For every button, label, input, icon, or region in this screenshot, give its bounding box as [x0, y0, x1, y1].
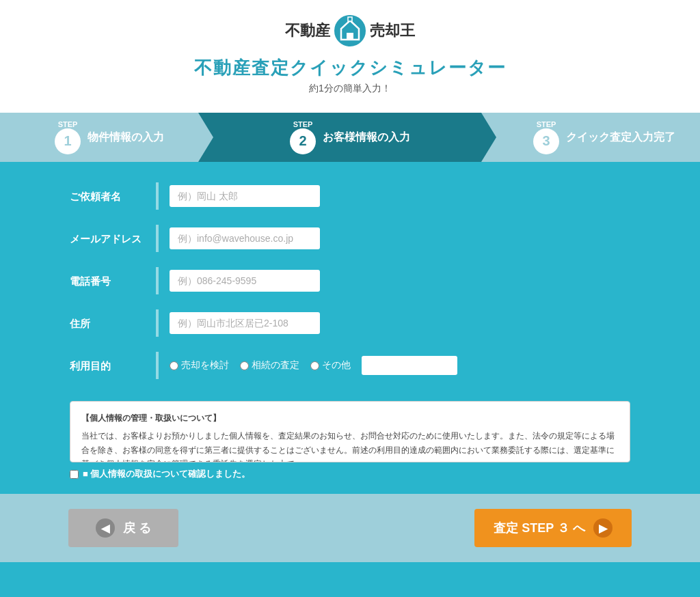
radio-other[interactable]: その他	[310, 359, 351, 372]
main-content: ご依頼者名 メールアドレス 電話番号 住所	[0, 162, 700, 597]
logo-text-left: 不動産	[285, 20, 330, 41]
privacy-title: 【個人情報の管理・取扱いについて】	[81, 411, 619, 425]
next-button-label: 査定 STEP ３ へ	[494, 520, 585, 536]
privacy-check-label: ■ 個人情報の取扱について確認しました。	[83, 468, 250, 480]
bottom-button-area: ◀ 戻 る 査定 STEP ３ へ ▶	[0, 494, 700, 562]
radio-sell-input[interactable]	[170, 361, 178, 370]
form-row-address: 住所	[70, 309, 630, 337]
svg-rect-4	[348, 17, 352, 21]
logo-icon	[333, 14, 367, 48]
page-wrapper: 不動産 売却王 不動産査定クイックシミュレーター 約1分の簡単入力！ STEP …	[0, 0, 700, 597]
back-arrow-icon: ◀	[96, 518, 115, 538]
step-3-item[interactable]: STEP 3 クイック査定入力完了	[481, 113, 700, 162]
form-container: ご依頼者名 メールアドレス 電話番号 住所	[70, 182, 630, 394]
step-1-number-box: STEP 1	[55, 121, 81, 154]
step-1-arrow	[198, 113, 213, 162]
step-3-label-small: STEP	[537, 121, 556, 128]
form-row-name: ご依頼者名	[70, 182, 630, 210]
radio-sell[interactable]: 売却を検討	[170, 359, 229, 372]
step-3-text: クイック査定入力完了	[566, 130, 675, 145]
step-2-text: お客様情報の入力	[323, 130, 410, 145]
next-arrow-icon: ▶	[593, 518, 612, 538]
next-button[interactable]: 査定 STEP ３ へ ▶	[474, 509, 632, 547]
divider-address	[156, 309, 159, 337]
input-phone[interactable]	[170, 270, 320, 292]
label-email: メールアドレス	[70, 232, 145, 246]
step-2-item[interactable]: STEP 2 お客様情報の入力	[198, 113, 481, 162]
logo-area: 不動産 売却王	[285, 14, 415, 48]
step-1-text: 物件情報の入力	[88, 130, 164, 145]
privacy-checkbox[interactable]	[70, 470, 79, 479]
radio-other-label: その他	[322, 359, 351, 372]
radio-inherit-label: 相続の査定	[252, 359, 299, 372]
input-other[interactable]	[362, 356, 457, 375]
step-2-number-box: STEP 2	[290, 121, 316, 154]
label-address: 住所	[70, 316, 145, 331]
radio-inherit[interactable]: 相続の査定	[240, 359, 299, 372]
step-2-circle: 2	[290, 128, 316, 154]
step-3-circle: 3	[533, 128, 559, 154]
step-3-number-box: STEP 3	[533, 121, 559, 154]
radio-inherit-input[interactable]	[240, 361, 249, 370]
divider-purpose	[156, 352, 159, 379]
back-button[interactable]: ◀ 戻 る	[68, 509, 178, 547]
main-title: 不動産査定クイックシミュレーター	[194, 56, 507, 80]
header: 不動産 売却王 不動産査定クイックシミュレーター 約1分の簡単入力！	[0, 0, 700, 113]
svg-rect-2	[347, 33, 353, 40]
divider-name	[156, 182, 159, 210]
step-1-label-small: STEP	[58, 121, 78, 128]
logo-text-right: 売却王	[370, 20, 415, 41]
form-row-email: メールアドレス	[70, 225, 630, 252]
privacy-check-row: ■ 個人情報の取扱について確認しました。	[70, 468, 630, 480]
radio-other-input[interactable]	[310, 361, 319, 370]
input-address[interactable]	[170, 312, 320, 334]
label-purpose: 利用目的	[70, 359, 145, 373]
back-button-label: 戻 る	[123, 520, 151, 536]
input-email[interactable]	[170, 227, 320, 249]
privacy-container: 【個人情報の管理・取扱いについて】 当社では、お客様よりお預かりしました個人情報…	[70, 401, 630, 480]
step-2-arrow	[481, 113, 496, 162]
input-name[interactable]	[170, 185, 320, 207]
radio-sell-label: 売却を検討	[181, 359, 229, 372]
step-bar: STEP 1 物件情報の入力 STEP 2 お客様情報の入力 STEP 3 クイ…	[0, 113, 700, 162]
label-name: ご依頼者名	[70, 189, 145, 204]
privacy-text: 当社では、お客様よりお預かりしました個人情報を、査定結果のお知らせ、お問合せ対応…	[81, 429, 619, 462]
sub-title: 約1分の簡単入力！	[309, 83, 391, 95]
form-row-purpose: 利用目的 売却を検討 相続の査定 その他	[70, 352, 630, 379]
privacy-box[interactable]: 【個人情報の管理・取扱いについて】 当社では、お客様よりお預かりしました個人情報…	[70, 401, 630, 462]
radio-group-purpose: 売却を検討 相続の査定 その他	[170, 356, 457, 375]
step-1-circle: 1	[55, 128, 81, 154]
divider-email	[156, 225, 159, 252]
step-1-item[interactable]: STEP 1 物件情報の入力	[0, 113, 198, 162]
step-2-label-small: STEP	[293, 121, 313, 128]
label-phone: 電話番号	[70, 274, 145, 288]
form-row-phone: 電話番号	[70, 267, 630, 294]
divider-phone	[156, 267, 159, 294]
